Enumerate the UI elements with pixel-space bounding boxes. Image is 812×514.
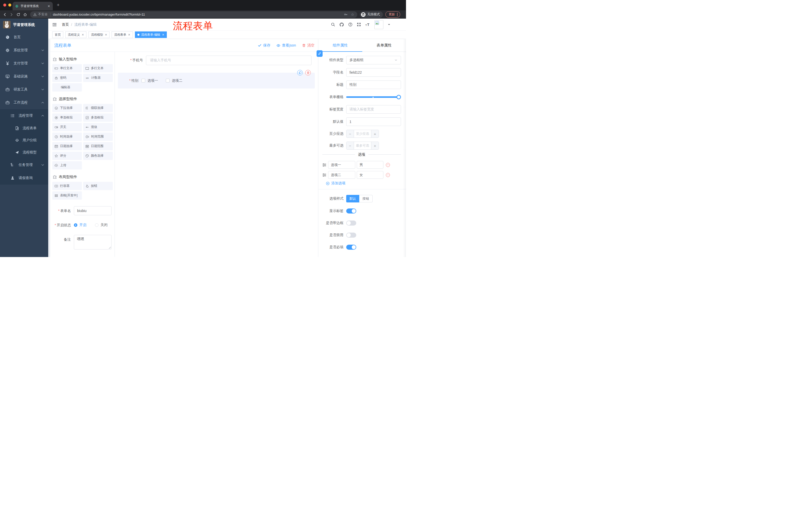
slider-handle[interactable] — [397, 95, 401, 99]
sidebar-item-payment[interactable]: 支付管理 — [0, 57, 48, 70]
radio-off-icon[interactable] — [95, 223, 98, 227]
close-icon[interactable]: ✕ — [82, 33, 84, 36]
minus-icon[interactable]: − — [346, 130, 354, 138]
sidebar-item-home[interactable]: 首页 — [0, 31, 48, 44]
fullscreen-icon[interactable] — [357, 22, 361, 27]
status-off-label[interactable]: 关闭 — [100, 223, 108, 227]
user-avatar[interactable] — [374, 20, 383, 29]
style-button-button[interactable]: 按钮 — [359, 195, 373, 202]
home-icon[interactable] — [23, 12, 27, 17]
tab-form-props[interactable]: 表单属性 — [362, 39, 406, 52]
drag-handle-icon[interactable] — [322, 163, 326, 167]
browser-tab[interactable]: 芋道管理系统 ✕ — [12, 2, 53, 10]
palette-item-button[interactable]: 按钮 — [83, 182, 113, 190]
browser-menu-icon[interactable] — [397, 13, 398, 16]
sidebar-item-process-model[interactable]: 流程模型 — [0, 146, 48, 158]
disabled-toggle[interactable] — [346, 233, 356, 238]
palette-item-multi-text[interactable]: 多行文本 — [83, 64, 113, 73]
palette-item-password[interactable]: 密码 — [52, 74, 82, 82]
tag-process-form[interactable]: 流程表单✕ — [112, 31, 133, 38]
breadcrumb-home[interactable]: 首页 — [62, 22, 69, 27]
default-value-input[interactable]: 1 — [346, 117, 401, 126]
tab-close-icon[interactable]: ✕ — [48, 4, 50, 8]
tab-component-props[interactable]: 组件属性 — [318, 39, 362, 52]
palette-item-upload[interactable]: 上传 — [52, 161, 82, 169]
option-label-input[interactable]: 选项二 — [328, 171, 355, 179]
palette-item-single-text[interactable]: 单行文本 — [52, 64, 82, 73]
font-size-icon[interactable] — [365, 23, 370, 27]
palette-item-radio-group[interactable]: 单选框组 — [52, 113, 82, 122]
remove-option-button[interactable]: − — [386, 173, 390, 177]
hamburger-icon[interactable] — [52, 23, 57, 27]
view-json-button[interactable]: 查看json — [277, 43, 296, 48]
form-remark-textarea[interactable]: 嘿嘿 — [74, 235, 112, 249]
max-select-stepper[interactable]: − 最多可选 + — [346, 141, 379, 150]
add-option-button[interactable]: 添加选项 — [326, 181, 401, 186]
palette-item-date[interactable]: 日期选择 — [52, 142, 82, 151]
canvas-field-gender-selected[interactable]: *性别 选项一 选项二 — [118, 73, 315, 88]
option-value-input[interactable]: 女 — [357, 171, 383, 179]
search-icon[interactable] — [331, 22, 335, 27]
border-toggle[interactable] — [346, 220, 356, 225]
gender-option-1[interactable]: 选项一 — [141, 78, 158, 83]
palette-item-checkbox-group[interactable]: 多选框组 — [83, 113, 113, 122]
palette-item-time-range[interactable]: 时间范围 — [83, 133, 113, 141]
sidebar-item-task-mgmt[interactable]: 任务管理 — [0, 158, 48, 171]
save-button[interactable]: 保存 — [258, 43, 270, 48]
back-icon[interactable] — [3, 12, 7, 17]
password-key-icon[interactable] — [344, 12, 348, 16]
form-grid-slider[interactable] — [346, 93, 401, 101]
new-tab-button[interactable]: + — [57, 2, 60, 8]
checkbox-icon[interactable] — [166, 79, 170, 82]
palette-item-rate[interactable]: 评分 — [52, 152, 82, 160]
palette-item-color[interactable]: 颜色选择 — [83, 152, 113, 160]
sidebar-item-leave-query[interactable]: 请假查询 — [0, 171, 48, 185]
palette-item-slider[interactable]: 滑块 — [83, 123, 113, 131]
palette-item-date-range[interactable]: 日期范围 — [83, 142, 113, 151]
close-window-button[interactable] — [3, 3, 6, 6]
label-width-input[interactable]: 请输入标签宽度 — [346, 105, 401, 114]
tag-process-definition[interactable]: 流程定义✕ — [65, 31, 86, 38]
close-icon[interactable]: ✕ — [105, 33, 107, 36]
title-input[interactable]: 性别 — [346, 80, 401, 89]
minimize-window-button[interactable] — [8, 3, 11, 6]
help-icon[interactable] — [348, 22, 352, 27]
minus-icon[interactable]: − — [346, 142, 354, 150]
browser-update-button[interactable]: 更新 — [385, 11, 400, 18]
duplicate-component-button[interactable] — [297, 70, 303, 76]
palette-item-select[interactable]: 下拉选择 — [52, 104, 82, 112]
sidebar-item-system[interactable]: 系统管理 — [0, 44, 48, 57]
remove-option-button[interactable]: − — [386, 163, 390, 167]
min-select-stepper[interactable]: − 至少应选 + — [346, 130, 379, 138]
palette-item-time[interactable]: 时间选择 — [52, 133, 82, 141]
palette-item-row-container[interactable]: 行容器 — [52, 182, 82, 190]
tag-process-form-edit[interactable]: 流程表单-编辑✕ — [135, 31, 167, 38]
tag-home[interactable]: 首页 — [52, 31, 63, 38]
github-icon[interactable] — [340, 22, 344, 27]
bookmark-star-icon[interactable]: ☆ — [351, 12, 354, 17]
sidebar-item-process-mgmt[interactable]: 流程管理 — [0, 109, 48, 122]
option-label-input[interactable]: 选项一 — [328, 161, 355, 169]
clear-button[interactable]: 清空 — [302, 43, 315, 48]
delete-component-button[interactable] — [305, 70, 311, 76]
component-type-select[interactable]: 多选框组 — [346, 56, 401, 64]
show-label-toggle[interactable] — [346, 209, 356, 214]
style-default-button[interactable]: 默认 — [346, 195, 359, 202]
caret-down-icon[interactable] — [388, 24, 390, 26]
sidebar-item-devtools[interactable]: 研发工具 — [0, 83, 48, 96]
sidebar-item-workflow[interactable]: 工作流程 — [0, 96, 48, 109]
close-icon[interactable]: ✕ — [128, 33, 130, 36]
status-on-label[interactable]: 开启 — [79, 223, 86, 227]
gender-option-2[interactable]: 选项二 — [166, 78, 182, 83]
reload-icon[interactable] — [16, 12, 20, 17]
forward-icon[interactable] — [9, 12, 13, 17]
canvas-field-phone[interactable]: *手机号 请输入手机号 — [122, 56, 312, 65]
palette-item-editor[interactable]: 编辑器 — [52, 83, 82, 91]
sidebar-item-user-group[interactable]: 用户分组 — [0, 134, 48, 146]
palette-item-switch[interactable]: 开关 — [52, 123, 82, 131]
drag-handle-icon[interactable] — [322, 173, 326, 177]
plus-icon[interactable]: + — [371, 142, 379, 150]
tag-process-model[interactable]: 流程模型✕ — [88, 31, 110, 38]
palette-item-table[interactable]: 表格[开发中] — [52, 191, 82, 200]
address-bar[interactable]: 不安全 dashboard.yudao.iocoder.cn/bpm/manag… — [30, 11, 357, 18]
